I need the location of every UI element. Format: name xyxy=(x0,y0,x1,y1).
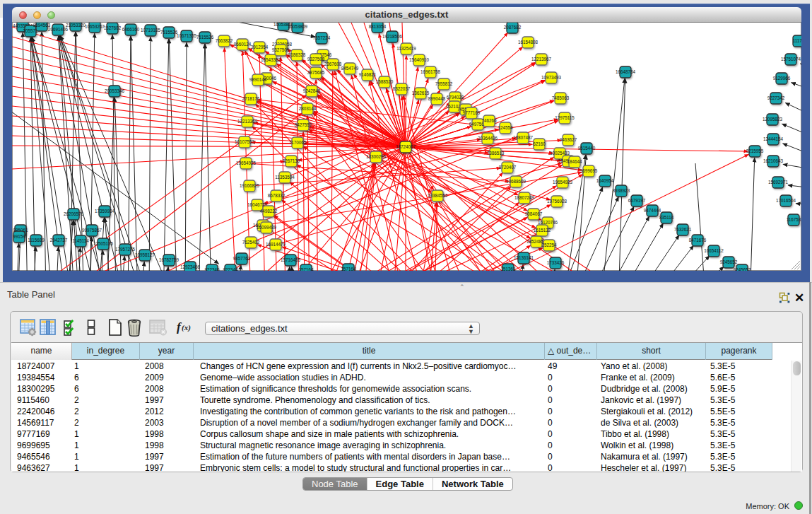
svg-text:9474444: 9474444 xyxy=(644,208,661,213)
svg-text:15716485: 15716485 xyxy=(281,257,301,262)
svg-text:8427552: 8427552 xyxy=(295,122,312,127)
svg-text:18300295: 18300295 xyxy=(366,154,387,159)
svg-text:8990448: 8990448 xyxy=(428,96,446,101)
svg-text:10688609: 10688609 xyxy=(506,179,526,184)
svg-text:9242848: 9242848 xyxy=(303,88,321,93)
svg-text:20053346: 20053346 xyxy=(105,88,125,93)
svg-text:10973493: 10973493 xyxy=(541,75,562,80)
svg-text:1733426: 1733426 xyxy=(547,260,565,265)
svg-text:21053320: 21053320 xyxy=(66,23,86,28)
svg-text:18724007: 18724007 xyxy=(396,144,416,149)
svg-text:16154808: 16154808 xyxy=(518,40,539,45)
svg-text:16914479: 16914479 xyxy=(266,242,286,247)
svg-text:15640910: 15640910 xyxy=(409,57,430,62)
svg-text:19756928: 19756928 xyxy=(547,199,567,204)
svg-text:8660124: 8660124 xyxy=(234,42,252,47)
svg-text:922344: 922344 xyxy=(223,267,238,271)
svg-text:16782759: 16782759 xyxy=(159,257,180,262)
svg-text:10958127: 10958127 xyxy=(135,252,155,257)
svg-text:7485063: 7485063 xyxy=(552,95,570,100)
svg-text:(x): (x) xyxy=(182,323,191,332)
svg-text:2087682: 2087682 xyxy=(504,25,522,30)
svg-text:7170065: 7170065 xyxy=(289,140,307,145)
svg-text:7515526: 7515526 xyxy=(160,30,178,35)
svg-text:12095823: 12095823 xyxy=(763,117,783,122)
svg-text:2942737: 2942737 xyxy=(50,238,68,243)
svg-text:9699695: 9699695 xyxy=(580,168,598,173)
svg-text:19654925: 19654925 xyxy=(236,160,257,165)
svg-text:18807249: 18807249 xyxy=(514,195,535,200)
svg-text:11353594: 11353594 xyxy=(275,175,295,180)
svg-text:1588520: 1588520 xyxy=(376,79,394,84)
svg-text:11174: 11174 xyxy=(793,38,801,43)
svg-text:17957275: 17957275 xyxy=(115,247,136,252)
svg-text:6794028: 6794028 xyxy=(447,95,464,100)
svg-text:1615132: 1615132 xyxy=(534,228,551,233)
svg-text:10671355: 10671355 xyxy=(177,33,197,38)
svg-text:3875685: 3875685 xyxy=(307,70,325,75)
svg-text:1145114: 1145114 xyxy=(72,238,89,243)
svg-text:8471676: 8471676 xyxy=(689,238,707,243)
svg-text:20691406: 20691406 xyxy=(48,27,69,32)
svg-text:2718176: 2718176 xyxy=(242,96,260,101)
svg-text:10653267: 10653267 xyxy=(85,24,105,29)
svg-text:62160: 62160 xyxy=(533,141,546,146)
svg-text:8454749: 8454749 xyxy=(341,66,359,71)
svg-text:17016504: 17016504 xyxy=(776,198,796,203)
svg-text:8267130: 8267130 xyxy=(283,158,300,163)
svg-text:9129966: 9129966 xyxy=(773,76,791,81)
svg-text:1527602: 1527602 xyxy=(104,25,122,30)
svg-text:9463627: 9463627 xyxy=(560,137,577,142)
svg-text:15692971: 15692971 xyxy=(768,180,789,185)
svg-text:184644: 184644 xyxy=(567,159,582,164)
svg-text:2803144: 2803144 xyxy=(299,106,317,111)
svg-text:10719185: 10719185 xyxy=(141,28,161,33)
svg-text:15751074: 15751074 xyxy=(781,57,801,62)
svg-text:12213369: 12213369 xyxy=(237,119,258,124)
svg-text:7357224: 7357224 xyxy=(313,35,331,40)
svg-text:4498222: 4498222 xyxy=(260,209,278,214)
svg-text:16099489: 16099489 xyxy=(257,225,277,230)
svg-text:9245652: 9245652 xyxy=(734,267,751,271)
svg-text:9777169: 9777169 xyxy=(463,110,481,115)
svg-text:9857761: 9857761 xyxy=(233,256,251,261)
svg-text:9227342: 9227342 xyxy=(767,95,785,100)
svg-text:19166825: 19166825 xyxy=(240,183,260,188)
svg-text:12444154: 12444154 xyxy=(763,136,784,141)
svg-text:9084067: 9084067 xyxy=(525,211,543,216)
svg-text:99159: 99159 xyxy=(13,234,25,239)
svg-text:19654923: 19654923 xyxy=(553,180,573,185)
svg-text:10025433: 10025433 xyxy=(550,151,570,156)
svg-text:8720407: 8720407 xyxy=(499,165,517,170)
svg-text:7625402: 7625402 xyxy=(242,240,260,245)
svg-text:9146821: 9146821 xyxy=(359,72,377,77)
svg-text:7632621: 7632621 xyxy=(674,227,692,232)
svg-text:9327509: 9327509 xyxy=(272,47,290,52)
svg-text:16120746: 16120746 xyxy=(538,220,558,225)
svg-text:151361: 151361 xyxy=(500,267,516,271)
svg-text:16648784: 16648784 xyxy=(616,69,636,74)
svg-text:26206576: 26206576 xyxy=(64,211,84,216)
svg-text:1640954: 1640954 xyxy=(596,178,614,183)
svg-text:124554: 124554 xyxy=(498,125,513,130)
svg-text:835114: 835114 xyxy=(659,215,674,220)
svg-text:12505135: 12505135 xyxy=(93,241,114,246)
svg-text:16053809: 16053809 xyxy=(288,24,308,29)
svg-text:16107553: 16107553 xyxy=(235,139,255,144)
svg-text:9890144: 9890144 xyxy=(249,77,267,82)
svg-text:19384554: 19384554 xyxy=(428,193,448,198)
svg-text:12923466: 12923466 xyxy=(180,264,201,269)
svg-text:9515440: 9515440 xyxy=(578,146,596,151)
svg-text:10654112: 10654112 xyxy=(704,248,724,253)
svg-text:157164: 157164 xyxy=(341,267,356,271)
svg-text:17359934: 17359934 xyxy=(95,209,115,214)
svg-text:99975867: 99975867 xyxy=(82,228,102,233)
svg-text:20364436: 20364436 xyxy=(478,136,498,141)
svg-text:2367608: 2367608 xyxy=(324,62,342,66)
svg-text:12213967: 12213967 xyxy=(531,57,552,62)
svg-text:1362615: 1362615 xyxy=(412,90,430,95)
svg-text:16543362: 16543362 xyxy=(261,57,281,62)
svg-text:8215955: 8215955 xyxy=(746,148,764,153)
svg-text:6466160: 6466160 xyxy=(122,27,140,32)
svg-text:3912954: 3912954 xyxy=(251,45,269,49)
